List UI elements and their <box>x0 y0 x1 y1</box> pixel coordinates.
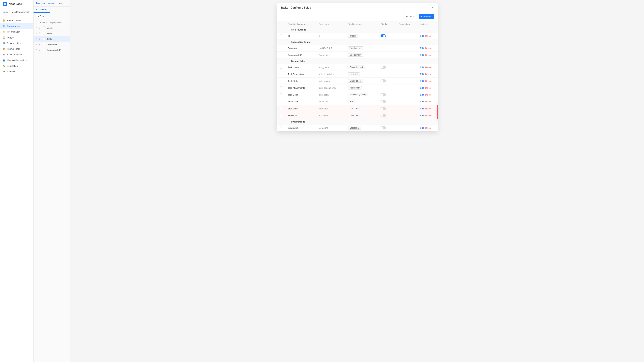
title-field-toggle[interactable] <box>380 126 386 129</box>
edit-link[interactable]: Edit <box>420 35 424 37</box>
edit-link[interactable]: Edit <box>420 114 424 117</box>
row-checkbox[interactable] <box>280 107 282 110</box>
sidebar-item-workflow[interactable]: ⟳ Workflow <box>0 69 33 74</box>
title-field-cell <box>378 64 396 71</box>
description-cell <box>396 84 418 91</box>
row-checkbox[interactable] <box>280 73 282 75</box>
field-display-name: Task Name <box>285 64 316 71</box>
sidebar-item-data-sources[interactable]: 🗄 Data sources <box>0 23 33 29</box>
delete-link[interactable]: Delete <box>425 35 432 37</box>
title-field-toggle[interactable] <box>380 79 386 82</box>
delete-link[interactable]: Delete <box>425 80 432 82</box>
item-checkbox[interactable] <box>43 32 46 35</box>
edit-link[interactable]: Edit <box>420 54 424 56</box>
delete-link[interactable]: Delete <box>425 66 432 68</box>
delete-link[interactable]: Delete <box>425 73 432 75</box>
field-row-end_date: End Date end_date Datetime Edit Delete <box>277 112 438 119</box>
delete-link[interactable]: Delete <box>425 47 432 49</box>
add-field-button[interactable]: + Add field <box>419 14 434 19</box>
row-checkbox[interactable] <box>280 126 282 129</box>
field-display-name: Task Detial <box>285 91 316 98</box>
sidebar-label-users-permissions: Users & Permissions <box>7 59 27 61</box>
row-checkbox[interactable] <box>280 47 282 49</box>
delete-link[interactable]: Delete <box>425 93 432 96</box>
collection-item-roles[interactable]: ≡ 2 Roles <box>34 31 70 36</box>
field-name: createdAt <box>316 124 345 131</box>
row-checkbox[interactable] <box>280 93 282 96</box>
edit-link[interactable]: Edit <box>420 80 424 82</box>
delete-link[interactable]: Delete <box>425 127 432 129</box>
sidebar-item-system-settings[interactable]: ⚙️ System settings <box>0 40 33 46</box>
tab-collections[interactable]: Collections <box>34 6 50 13</box>
header-checkbox[interactable] <box>36 21 39 24</box>
item-checkbox[interactable] <box>43 49 46 51</box>
title-field-toggle[interactable] <box>380 100 386 103</box>
actions-cell: Edit Delete <box>418 105 438 112</box>
nav-task-mgmt[interactable]: Task Management <box>11 11 29 13</box>
nav-demo[interactable]: Demo <box>3 11 8 13</box>
edit-link[interactable]: Edit <box>420 127 424 129</box>
collapse-btn[interactable]: − <box>288 28 289 31</box>
edit-link[interactable]: Edit <box>420 66 424 68</box>
system-settings-icon: ⚙️ <box>3 42 5 44</box>
col-item-name: Tasks <box>47 38 52 40</box>
item-checkbox[interactable] <box>43 26 46 29</box>
add-collection-button[interactable]: + <box>64 14 68 18</box>
collection-item-comments002[interactable]: ≡ 5 Comments002 <box>34 47 70 53</box>
delete-button[interactable]: 🗑 Delete <box>403 14 418 19</box>
sidebar-item-authentication[interactable]: 🔐 Authentication <box>0 17 33 23</box>
collapse-btn[interactable]: − <box>288 60 289 62</box>
row-checkbox[interactable] <box>280 34 282 37</box>
sidebar-label-workflow: Workflow <box>7 70 16 73</box>
sidebar-item-block-templates[interactable]: ⊞ Block templates <box>0 52 33 57</box>
sidebar-item-users-permissions[interactable]: 👥 Users & Permissions <box>0 57 33 63</box>
delete-link[interactable]: Delete <box>425 54 432 56</box>
sidebar-item-verification[interactable]: ✅ Verification <box>0 63 33 69</box>
edit-link[interactable]: Edit <box>420 100 424 103</box>
filter-button[interactable]: ⊟ Filter <box>36 14 46 18</box>
row-checkbox[interactable] <box>280 100 282 103</box>
description-cell <box>396 98 418 105</box>
item-checkbox[interactable] <box>43 43 46 46</box>
sidebar-item-theme-editor[interactable]: 🎨 Theme editor <box>0 46 33 52</box>
edit-link[interactable]: Edit <box>420 87 424 89</box>
collection-item-comments[interactable]: ≡ 4 Comments <box>34 42 70 47</box>
close-button[interactable]: ✕ <box>432 6 434 9</box>
title-field-toggle[interactable] <box>380 107 386 110</box>
collapse-btn[interactable]: − <box>288 120 289 123</box>
collection-item-tasks[interactable]: ≡ 3 Tasks <box>34 36 70 42</box>
edit-link[interactable]: Edit <box>420 47 424 49</box>
field-row-task_name: Task Name task_name Single line text Edi… <box>277 64 438 71</box>
edit-link[interactable]: Edit <box>420 93 424 96</box>
row-checkbox[interactable] <box>280 114 282 117</box>
title-field-cell <box>378 78 396 84</box>
row-checkbox[interactable] <box>280 54 282 56</box>
top-nav: Demo Task Management <box>0 8 33 16</box>
field-display-name: Start Date <box>285 105 316 112</box>
edit-link[interactable]: Edit <box>420 73 424 75</box>
delete-link[interactable]: Delete <box>425 87 432 89</box>
collection-item-users[interactable]: ≡ 1 Users <box>34 25 70 31</box>
item-checkbox[interactable] <box>43 37 46 40</box>
row-checkbox[interactable] <box>280 86 282 89</box>
collapse-btn[interactable]: − <box>288 41 289 43</box>
delete-link[interactable]: Delete <box>425 100 432 103</box>
row-checkbox[interactable] <box>280 80 282 82</box>
field-row-task_detial: Task Detial task_detial Markdown(Vditor)… <box>277 91 438 98</box>
edit-link[interactable]: Edit <box>420 107 424 110</box>
title-field-toggle[interactable] <box>380 66 386 69</box>
title-field-toggle[interactable] <box>380 114 386 117</box>
breadcrumb-parent[interactable]: Data source manager <box>36 2 56 4</box>
delete-link[interactable]: Delete <box>425 114 432 117</box>
sidebar-item-logger[interactable]: 📋 Logger <box>0 34 33 40</box>
title-field-toggle[interactable] <box>380 93 386 96</box>
th-description: Description <box>396 21 418 27</box>
sidebar-item-file-manager[interactable]: 📁 File manager <box>0 29 33 34</box>
description-cell <box>396 105 418 112</box>
title-field-toggle[interactable] <box>380 34 386 37</box>
verification-icon: ✅ <box>3 64 5 67</box>
th-field-name: Field name <box>316 21 345 27</box>
delete-link[interactable]: Delete <box>425 107 432 110</box>
section-row-general: − General fields <box>277 58 438 64</box>
row-checkbox[interactable] <box>280 66 282 68</box>
